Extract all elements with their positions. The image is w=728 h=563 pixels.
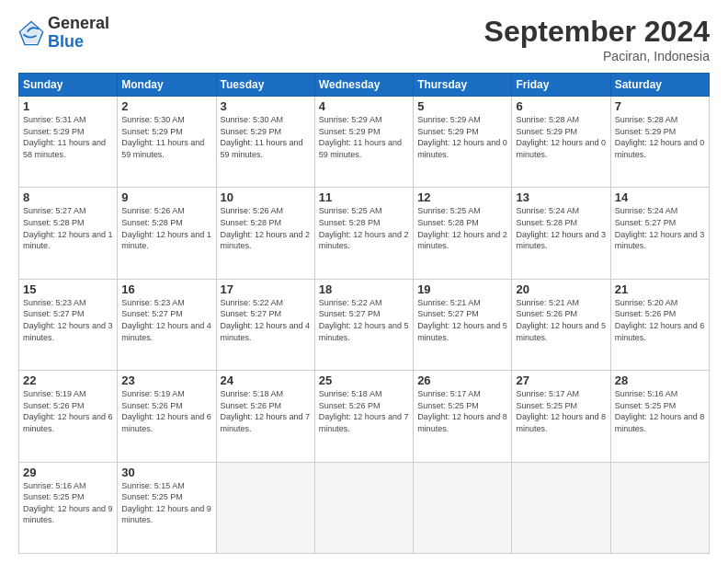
day-info: Sunrise: 5:25 AMSunset: 5:28 PMDaylight:… xyxy=(417,205,507,251)
day-number: 10 xyxy=(221,190,311,204)
day-info: Sunrise: 5:30 AMSunset: 5:29 PMDaylight:… xyxy=(221,114,311,160)
col-monday: Monday xyxy=(118,74,216,97)
table-row: 4 Sunrise: 5:29 AMSunset: 5:29 PMDayligh… xyxy=(314,97,413,188)
calendar-header-row: Sunday Monday Tuesday Wednesday Thursday… xyxy=(19,74,710,97)
day-number: 26 xyxy=(417,373,507,387)
table-row: 26 Sunrise: 5:17 AMSunset: 5:25 PMDaylig… xyxy=(414,371,512,462)
col-friday: Friday xyxy=(512,74,610,97)
table-row: 6 Sunrise: 5:28 AMSunset: 5:29 PMDayligh… xyxy=(512,97,610,188)
table-row: 7 Sunrise: 5:28 AMSunset: 5:29 PMDayligh… xyxy=(610,97,709,188)
header: General Blue September 2024 Paciran, Ind… xyxy=(18,15,710,63)
day-number: 14 xyxy=(615,190,705,204)
day-number: 8 xyxy=(23,190,113,204)
logo: General Blue xyxy=(18,15,109,52)
table-row: 17 Sunrise: 5:22 AMSunset: 5:27 PMDaylig… xyxy=(216,279,314,370)
table-row: 21 Sunrise: 5:20 AMSunset: 5:26 PMDaylig… xyxy=(610,279,709,370)
table-row: 23 Sunrise: 5:19 AMSunset: 5:26 PMDaylig… xyxy=(118,371,216,462)
table-row: 9 Sunrise: 5:26 AMSunset: 5:28 PMDayligh… xyxy=(118,188,216,279)
page: General Blue September 2024 Paciran, Ind… xyxy=(0,0,728,563)
day-info: Sunrise: 5:29 AMSunset: 5:29 PMDaylight:… xyxy=(417,114,507,160)
table-row: 28 Sunrise: 5:16 AMSunset: 5:25 PMDaylig… xyxy=(610,371,709,462)
logo-text: General Blue xyxy=(48,15,109,52)
table-row: 16 Sunrise: 5:23 AMSunset: 5:27 PMDaylig… xyxy=(118,279,216,370)
day-info: Sunrise: 5:21 AMSunset: 5:26 PMDaylight:… xyxy=(516,297,606,343)
day-info: Sunrise: 5:23 AMSunset: 5:27 PMDaylight:… xyxy=(121,297,211,343)
table-row: 22 Sunrise: 5:19 AMSunset: 5:26 PMDaylig… xyxy=(19,371,118,462)
day-number: 5 xyxy=(417,99,507,113)
table-row: 19 Sunrise: 5:21 AMSunset: 5:27 PMDaylig… xyxy=(414,279,512,370)
col-saturday: Saturday xyxy=(610,74,709,97)
day-number: 27 xyxy=(516,373,606,387)
day-number: 22 xyxy=(23,373,113,387)
day-number: 28 xyxy=(615,373,705,387)
day-info: Sunrise: 5:19 AMSunset: 5:26 PMDaylight:… xyxy=(121,388,211,434)
day-info: Sunrise: 5:28 AMSunset: 5:29 PMDaylight:… xyxy=(615,114,705,160)
table-row: 2 Sunrise: 5:30 AMSunset: 5:29 PMDayligh… xyxy=(118,97,216,188)
calendar-row: 29 Sunrise: 5:16 AMSunset: 5:25 PMDaylig… xyxy=(19,462,710,553)
day-number: 18 xyxy=(319,282,409,296)
table-row: 13 Sunrise: 5:24 AMSunset: 5:28 PMDaylig… xyxy=(512,188,610,279)
table-row: 3 Sunrise: 5:30 AMSunset: 5:29 PMDayligh… xyxy=(216,97,314,188)
calendar-row: 8 Sunrise: 5:27 AMSunset: 5:28 PMDayligh… xyxy=(19,188,710,279)
day-number: 29 xyxy=(23,465,113,479)
day-number: 13 xyxy=(516,190,606,204)
day-info: Sunrise: 5:22 AMSunset: 5:27 PMDaylight:… xyxy=(221,297,311,343)
day-number: 11 xyxy=(319,190,409,204)
table-row: 27 Sunrise: 5:17 AMSunset: 5:25 PMDaylig… xyxy=(512,371,610,462)
table-row: 15 Sunrise: 5:23 AMSunset: 5:27 PMDaylig… xyxy=(19,279,118,370)
title-block: September 2024 Paciran, Indonesia xyxy=(484,15,710,63)
table-row: 1 Sunrise: 5:31 AMSunset: 5:29 PMDayligh… xyxy=(19,97,118,188)
day-info: Sunrise: 5:15 AMSunset: 5:25 PMDaylight:… xyxy=(121,480,211,526)
day-info: Sunrise: 5:24 AMSunset: 5:28 PMDaylight:… xyxy=(516,205,606,251)
calendar-row: 15 Sunrise: 5:23 AMSunset: 5:27 PMDaylig… xyxy=(19,279,710,370)
table-row: 30 Sunrise: 5:15 AMSunset: 5:25 PMDaylig… xyxy=(118,462,216,553)
table-row xyxy=(414,462,512,553)
day-info: Sunrise: 5:26 AMSunset: 5:28 PMDaylight:… xyxy=(121,205,211,251)
day-info: Sunrise: 5:17 AMSunset: 5:25 PMDaylight:… xyxy=(417,388,507,434)
calendar-table: Sunday Monday Tuesday Wednesday Thursday… xyxy=(18,73,710,554)
col-thursday: Thursday xyxy=(414,74,512,97)
day-info: Sunrise: 5:27 AMSunset: 5:28 PMDaylight:… xyxy=(23,205,113,251)
day-number: 19 xyxy=(417,282,507,296)
day-info: Sunrise: 5:24 AMSunset: 5:27 PMDaylight:… xyxy=(615,205,705,251)
day-info: Sunrise: 5:28 AMSunset: 5:29 PMDaylight:… xyxy=(516,114,606,160)
day-number: 7 xyxy=(615,99,705,113)
calendar-row: 22 Sunrise: 5:19 AMSunset: 5:26 PMDaylig… xyxy=(19,371,710,462)
svg-marker-0 xyxy=(21,23,41,43)
day-info: Sunrise: 5:26 AMSunset: 5:28 PMDaylight:… xyxy=(221,205,311,251)
day-number: 16 xyxy=(121,282,211,296)
table-row xyxy=(216,462,314,553)
day-info: Sunrise: 5:18 AMSunset: 5:26 PMDaylight:… xyxy=(221,388,311,434)
day-number: 20 xyxy=(516,282,606,296)
table-row xyxy=(314,462,413,553)
day-info: Sunrise: 5:25 AMSunset: 5:28 PMDaylight:… xyxy=(319,205,409,251)
table-row: 18 Sunrise: 5:22 AMSunset: 5:27 PMDaylig… xyxy=(314,279,413,370)
table-row: 11 Sunrise: 5:25 AMSunset: 5:28 PMDaylig… xyxy=(314,188,413,279)
day-info: Sunrise: 5:23 AMSunset: 5:27 PMDaylight:… xyxy=(23,297,113,343)
day-number: 6 xyxy=(516,99,606,113)
day-number: 30 xyxy=(121,465,211,479)
day-number: 2 xyxy=(121,99,211,113)
col-wednesday: Wednesday xyxy=(314,74,413,97)
day-number: 24 xyxy=(221,373,311,387)
table-row: 29 Sunrise: 5:16 AMSunset: 5:25 PMDaylig… xyxy=(19,462,118,553)
day-number: 15 xyxy=(23,282,113,296)
calendar-row: 1 Sunrise: 5:31 AMSunset: 5:29 PMDayligh… xyxy=(19,97,710,188)
table-row: 10 Sunrise: 5:26 AMSunset: 5:28 PMDaylig… xyxy=(216,188,314,279)
day-number: 4 xyxy=(319,99,409,113)
day-info: Sunrise: 5:22 AMSunset: 5:27 PMDaylight:… xyxy=(319,297,409,343)
day-number: 23 xyxy=(121,373,211,387)
day-info: Sunrise: 5:30 AMSunset: 5:29 PMDaylight:… xyxy=(121,114,211,160)
day-number: 9 xyxy=(121,190,211,204)
day-info: Sunrise: 5:29 AMSunset: 5:29 PMDaylight:… xyxy=(319,114,409,160)
day-info: Sunrise: 5:21 AMSunset: 5:27 PMDaylight:… xyxy=(417,297,507,343)
table-row: 14 Sunrise: 5:24 AMSunset: 5:27 PMDaylig… xyxy=(610,188,709,279)
day-info: Sunrise: 5:20 AMSunset: 5:26 PMDaylight:… xyxy=(615,297,705,343)
day-number: 12 xyxy=(417,190,507,204)
table-row: 24 Sunrise: 5:18 AMSunset: 5:26 PMDaylig… xyxy=(216,371,314,462)
day-info: Sunrise: 5:18 AMSunset: 5:26 PMDaylight:… xyxy=(319,388,409,434)
logo-icon xyxy=(18,20,44,46)
col-tuesday: Tuesday xyxy=(216,74,314,97)
table-row: 5 Sunrise: 5:29 AMSunset: 5:29 PMDayligh… xyxy=(414,97,512,188)
day-info: Sunrise: 5:17 AMSunset: 5:25 PMDaylight:… xyxy=(516,388,606,434)
